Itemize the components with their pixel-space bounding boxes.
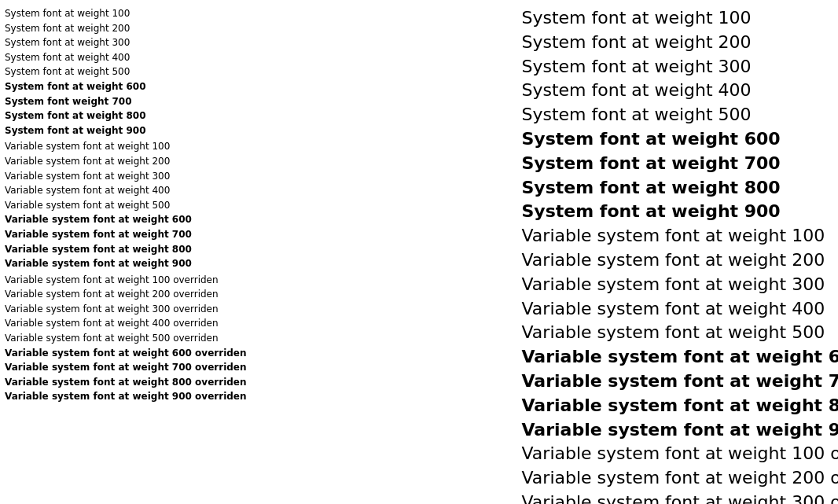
left-variable-700: Variable system font at weight 700 bbox=[5, 227, 247, 242]
left-system-700: System font weight 700 bbox=[5, 94, 247, 109]
right-system-600: System font at weight 600 bbox=[522, 127, 838, 152]
left-var-override-100: Variable system font at weight 100 overr… bbox=[5, 273, 247, 288]
left-variable-800: Variable system font at weight 800 bbox=[5, 242, 247, 257]
left-var-override-700: Variable system font at weight 700 overr… bbox=[5, 360, 247, 375]
left-system-400: System font at weight 400 bbox=[5, 50, 247, 65]
right-variable-600: Variable system font at weight 600 bbox=[522, 345, 838, 370]
left-variable-300: Variable system font at weight 300 bbox=[5, 169, 247, 184]
right-system-200: System font at weight 200 bbox=[522, 31, 838, 55]
left-system-500: System font at weight 500 bbox=[5, 64, 247, 79]
left-var-override-600: Variable system font at weight 600 overr… bbox=[5, 346, 247, 361]
right-system-800: System font at weight 800 bbox=[522, 176, 838, 200]
left-system-200: System font at weight 200 bbox=[5, 21, 247, 36]
right-system-400: System font at weight 400 bbox=[522, 79, 838, 103]
left-var-override-400: Variable system font at weight 400 overr… bbox=[5, 316, 247, 331]
right-variable-100: Variable system font at weight 100 bbox=[522, 224, 838, 248]
left-variable-500: Variable system font at weight 500 bbox=[5, 198, 247, 213]
right-var-override-200: Variable system font at weight 200 overr… bbox=[522, 466, 838, 491]
left-var-override-900: Variable system font at weight 900 overr… bbox=[5, 389, 247, 404]
left-var-override-500: Variable system font at weight 500 overr… bbox=[5, 331, 247, 346]
right-system-900: System font at weight 900 bbox=[522, 200, 838, 224]
left-system-800: System font at weight 800 bbox=[5, 109, 247, 123]
right-variable-900: Variable system font at weight 900 bbox=[522, 418, 838, 443]
right-column: System font at weight 100 System font at… bbox=[255, 6, 838, 504]
left-variable-200: Variable system font at weight 200 bbox=[5, 154, 247, 169]
right-var-override-300: Variable system font at weight 300 overr… bbox=[522, 491, 838, 504]
right-variable-800: Variable system font at weight 800 bbox=[522, 394, 838, 418]
right-system-300: System font at weight 300 bbox=[522, 55, 838, 79]
left-system-900: System font at weight 900 bbox=[5, 123, 247, 138]
right-variable-300: Variable system font at weight 300 bbox=[522, 273, 838, 297]
left-system-300: System font at weight 300 bbox=[5, 35, 247, 50]
right-variable-700: Variable system font at weight 700 bbox=[522, 370, 838, 394]
right-var-override-100: Variable system font at weight 100 overr… bbox=[522, 442, 838, 466]
left-var-override-300: Variable system font at weight 300 overr… bbox=[5, 302, 247, 317]
left-system-100: System font at weight 100 bbox=[5, 6, 247, 21]
left-var-override-800: Variable system font at weight 800 overr… bbox=[5, 375, 247, 390]
right-variable-400: Variable system font at weight 400 bbox=[522, 297, 838, 322]
right-system-100: System font at weight 100 bbox=[522, 6, 838, 31]
right-system-700: System font at weight 700 bbox=[522, 152, 838, 176]
left-variable-400: Variable system font at weight 400 bbox=[5, 183, 247, 198]
left-var-override-200: Variable system font at weight 200 overr… bbox=[5, 287, 247, 302]
left-system-600: System font at weight 600 bbox=[5, 79, 247, 94]
left-variable-100: Variable system font at weight 100 bbox=[5, 139, 247, 154]
left-column: System font at weight 100 System font at… bbox=[5, 6, 255, 504]
right-system-500: System font at weight 500 bbox=[522, 103, 838, 127]
right-variable-200: Variable system font at weight 200 bbox=[522, 248, 838, 273]
right-variable-500: Variable system font at weight 500 bbox=[522, 321, 838, 345]
left-variable-900: Variable system font at weight 900 bbox=[5, 256, 247, 271]
main-container: System font at weight 100 System font at… bbox=[0, 0, 838, 504]
left-variable-600: Variable system font at weight 600 bbox=[5, 212, 247, 227]
